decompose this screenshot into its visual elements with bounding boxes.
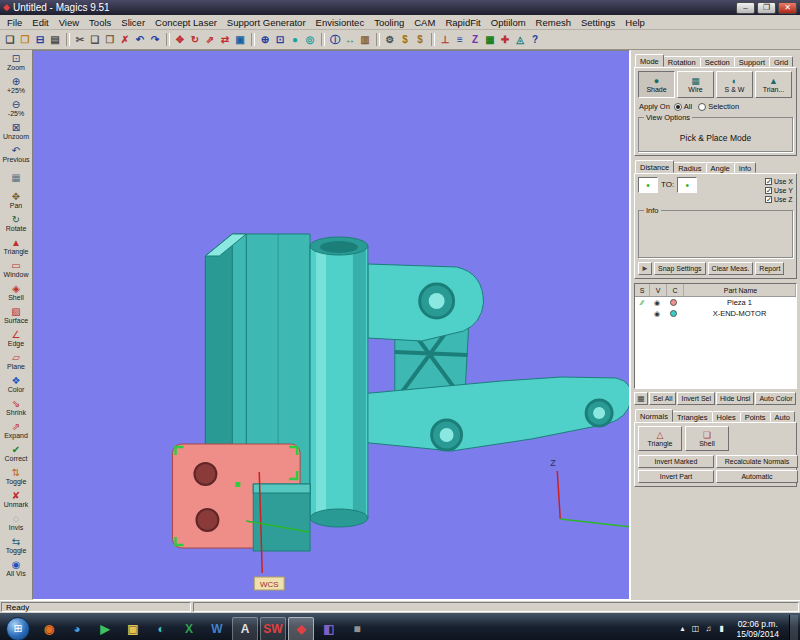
open-button[interactable]: ❐	[18, 32, 32, 47]
part-name[interactable]: X-END-MOTOR	[681, 309, 796, 318]
snap-settings-button[interactable]: Snap Settings	[654, 262, 706, 275]
hide-unsl-button[interactable]: Hide Unsl	[716, 392, 754, 405]
mark-shell-tool[interactable]: ◈ Shell	[1, 281, 31, 304]
close-button[interactable]: ✕	[778, 2, 797, 14]
info-button[interactable]: ⓘ	[328, 32, 342, 47]
taskbar-app-sw[interactable]: SW	[260, 617, 286, 640]
part-list[interactable]: S V C Part Name ∕∕ ◉ Pieza 1 ◉ X-END-MOT…	[634, 283, 797, 389]
measure-from-button[interactable]: •	[638, 177, 658, 193]
menu-remesh[interactable]: Remesh	[531, 17, 576, 28]
select-mode-button[interactable]: ▦	[634, 392, 648, 405]
pan-button[interactable]: ✥ Pan	[1, 189, 31, 212]
menu-tooling[interactable]: Tooling	[369, 17, 409, 28]
wire-button[interactable]: ▦ Wire	[677, 71, 714, 98]
auto-color-button[interactable]: Auto Color	[755, 392, 796, 405]
tab-normals[interactable]: Normals	[635, 409, 673, 422]
duplicate-button[interactable]: ▣	[233, 32, 247, 47]
delete-button[interactable]: ✗	[118, 32, 132, 47]
mark-plane-tool[interactable]: ▱ Plane	[1, 350, 31, 373]
z-compensation-button[interactable]: Z	[468, 32, 482, 47]
mark-window-tool[interactable]: ▭ Window	[1, 258, 31, 281]
maximize-button[interactable]: ❐	[757, 2, 776, 14]
menu-edit[interactable]: Edit	[27, 17, 53, 28]
taskbar-app-gray[interactable]: ■	[344, 617, 370, 640]
tab-support[interactable]: Support	[734, 56, 770, 67]
fix-triangle-button[interactable]: △ Triangle	[638, 426, 682, 451]
taskbar-app-a[interactable]: A	[232, 617, 258, 640]
zoom-out-25-button[interactable]: ⊖ -25%	[1, 97, 31, 120]
pick-place-mode[interactable]: Pick & Place Mode	[643, 122, 788, 147]
clear-meas-button[interactable]: Clear Meas.	[708, 262, 754, 275]
invert-marked-button[interactable]: Invert Marked	[638, 455, 714, 468]
tab-rotation[interactable]: Rotation	[663, 56, 701, 67]
menu-support-generator[interactable]: Support Generator	[222, 17, 311, 28]
sel-all-button[interactable]: Sel All	[649, 392, 676, 405]
toggle-marked-button[interactable]: ⇅ Toggle	[1, 465, 31, 488]
tab-section[interactable]: Section	[700, 56, 735, 67]
taskbar-app-purple[interactable]: ◧	[316, 617, 342, 640]
zoom-tool-button[interactable]: ⊕	[258, 32, 272, 47]
column-part-name[interactable]: Part Name	[684, 284, 796, 296]
tab-holes[interactable]: Holes	[712, 411, 741, 422]
recalculate-normals-button[interactable]: Recalculate Normals	[716, 455, 798, 468]
menu-tools[interactable]: Tools	[84, 17, 116, 28]
platform-view-button[interactable]: ▦	[1, 166, 31, 189]
zoom-button[interactable]: ⊡ Zoom	[1, 51, 31, 74]
redo-button[interactable]: ↷	[148, 32, 162, 47]
taskbar-app-orange[interactable]: ◉	[36, 617, 62, 640]
column-selected[interactable]: S	[635, 284, 650, 296]
toggle-visibility-button[interactable]: ⇆ Toggle	[1, 534, 31, 557]
unmark-all-button[interactable]: ✘ Unmark	[1, 488, 31, 511]
cost-button[interactable]: $	[398, 32, 412, 47]
measure-to-button[interactable]: •	[677, 177, 697, 193]
correct-button[interactable]: ✔ Correct	[1, 442, 31, 465]
triangle-view-button[interactable]: ▲ Trian...	[755, 71, 792, 98]
invert-part-button[interactable]: Invert Part	[638, 470, 714, 483]
invert-sel-button[interactable]: Invert Sel	[677, 392, 715, 405]
tray-volume-icon[interactable]: ♫	[703, 624, 713, 633]
menu-settings[interactable]: Settings	[576, 17, 620, 28]
shrink-marked-button[interactable]: ⇘ Shrink	[1, 396, 31, 419]
tab-distance[interactable]: Distance	[635, 160, 674, 173]
menu-file[interactable]: File	[2, 17, 27, 28]
tray-show-hidden-icon[interactable]: ▴	[677, 624, 687, 633]
shade-view-button[interactable]: ●	[288, 32, 302, 47]
start-button[interactable]: ⊞	[6, 617, 30, 640]
previous-view-button[interactable]: ↶ Previous	[1, 143, 31, 166]
mark-color-tool[interactable]: ❖ Color	[1, 373, 31, 396]
tab-mode[interactable]: Mode	[635, 54, 664, 67]
cut-button[interactable]: ✂	[73, 32, 87, 47]
apply-selection-radio[interactable]: Selection	[698, 102, 739, 111]
tab-info[interactable]: Info	[734, 162, 757, 173]
expand-marked-button[interactable]: ⇗ Expand	[1, 419, 31, 442]
use-z-checkbox[interactable]: Use Z	[765, 195, 793, 204]
tab-points[interactable]: Points	[740, 411, 771, 422]
report-button[interactable]: Report	[755, 262, 784, 275]
invisible-button[interactable]: ◌ Invis	[1, 511, 31, 534]
tab-auto[interactable]: Auto	[770, 411, 795, 422]
taskbar-app-blue[interactable]: ◕	[64, 617, 90, 640]
fit-view-button[interactable]: ⊡	[273, 32, 287, 47]
separator[interactable]	[376, 33, 380, 46]
zoom-in-25-button[interactable]: ⊕ +25%	[1, 74, 31, 97]
wire-view-button[interactable]: ◎	[303, 32, 317, 47]
taskbar-app-magics[interactable]: ◆	[288, 617, 314, 640]
taskbar-app-writer[interactable]: W	[204, 617, 230, 640]
separator[interactable]	[66, 33, 70, 46]
copy-button[interactable]: ❑	[88, 32, 102, 47]
tab-triangles[interactable]: Triangles	[672, 411, 713, 422]
translate-button[interactable]: ✥	[173, 32, 187, 47]
menu-rapidfit[interactable]: RapidFit	[440, 17, 485, 28]
slice-button[interactable]: ≡	[453, 32, 467, 47]
use-y-checkbox[interactable]: Use Y	[765, 186, 793, 195]
all-visible-button[interactable]: ◉ All Vis	[1, 557, 31, 580]
rotate-button[interactable]: ↻	[188, 32, 202, 47]
help-button[interactable]: ?	[528, 32, 542, 47]
fix-shell-button[interactable]: ❏ Shell	[685, 426, 729, 451]
taskbar-app-spreadsheet[interactable]: X	[176, 617, 202, 640]
menu-concept-laser[interactable]: Concept Laser	[150, 17, 222, 28]
mark-triangle-tool[interactable]: ▲ Triangle	[1, 235, 31, 258]
taskbar-app-teal[interactable]: ◐	[148, 617, 174, 640]
rescale-button[interactable]: ⇗	[203, 32, 217, 47]
menu-cam[interactable]: CAM	[409, 17, 440, 28]
